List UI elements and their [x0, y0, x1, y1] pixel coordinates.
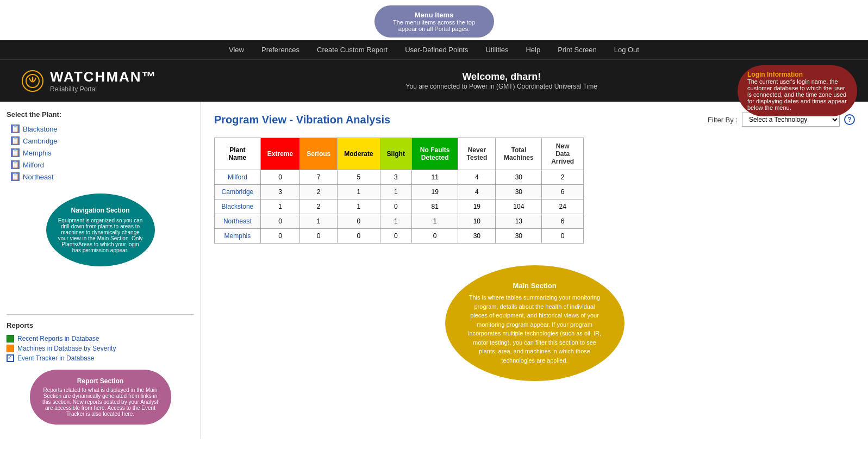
th-total-machines: Total Machines — [496, 138, 542, 170]
nofaults-cell: 0 — [411, 229, 458, 244]
th-slight: Slight — [380, 138, 411, 170]
report-section-bubble: Report Section Reports related to what i… — [30, 370, 171, 425]
reports-section: Reports Recent Reports in Database Machi… — [7, 314, 194, 363]
th-plant-name: Plant Name — [215, 138, 261, 170]
th-new-data: New Data Arrived — [542, 138, 584, 170]
sidebar-item-memphis[interactable]: 📋 Memphis — [7, 147, 194, 159]
help-icon[interactable]: ? — [844, 114, 855, 125]
total-cell: 30 — [496, 185, 542, 200]
moderate-cell: 0 — [338, 214, 380, 229]
plant-label-blackstone: Blackstone — [23, 125, 58, 133]
report-recent-label: Recent Reports in Database — [17, 335, 99, 342]
nav-bubble-text: Equipment is organized so you can drill-… — [57, 217, 144, 253]
nevertested-cell: 30 — [458, 229, 496, 244]
table-row: Milford 0 7 5 3 11 4 30 2 — [215, 170, 584, 185]
nav-help[interactable]: Help — [526, 46, 540, 54]
page-title: Program View - Vibration Analysis — [214, 114, 390, 126]
sidebar-item-blackstone[interactable]: 📋 Blackstone — [7, 123, 194, 135]
plant-icon-blackstone: 📋 — [11, 124, 20, 133]
extreme-cell: 0 — [260, 214, 299, 229]
plant-icon-memphis: 📋 — [11, 148, 20, 157]
serious-cell: 7 — [300, 170, 338, 185]
th-serious: Serious — [300, 138, 338, 170]
nav-preferences[interactable]: Preferences — [261, 46, 299, 54]
main-section-bubble-container: Main Section This is where tables summar… — [214, 265, 855, 381]
data-table: Plant Name Extreme Serious Moderate Slig… — [214, 138, 584, 244]
plant-cell[interactable]: Milford — [215, 170, 261, 185]
newdata-cell: 6 — [542, 185, 584, 200]
nofaults-cell: 81 — [411, 200, 458, 214]
newdata-cell: 6 — [542, 214, 584, 229]
logo-subtitle: Reliability Portal — [50, 85, 157, 93]
newdata-cell: 24 — [542, 200, 584, 214]
reports-title: Reports — [7, 321, 194, 329]
report-machines-label: Machines in Database by Severity — [17, 345, 116, 352]
report-machines[interactable]: Machines in Database by Severity — [7, 344, 194, 353]
sidebar-item-northeast[interactable]: 📋 Northeast — [7, 171, 194, 183]
nav-utilities[interactable]: Utilities — [485, 46, 508, 54]
nofaults-cell: 1 — [411, 214, 458, 229]
slight-cell: 1 — [380, 214, 411, 229]
nav-bubble-title: Navigation Section — [57, 207, 144, 214]
main-bubble-text: This is where tables summarizing your mo… — [467, 293, 603, 365]
plant-label-cambridge: Cambridge — [23, 137, 58, 145]
top-annotation-bubble: Menu Items The menu items across the top… — [0, 0, 868, 40]
report-event[interactable]: Event Tracker in Database — [7, 353, 194, 363]
select-plant-label: Select the Plant: — [7, 110, 194, 119]
navbar: View Preferences Create Custom Report Us… — [0, 40, 868, 59]
report-recent[interactable]: Recent Reports in Database — [7, 334, 194, 344]
login-info-bubble: Login Information The current user's log… — [738, 65, 857, 116]
logo: WATCHMAN™ Reliability Portal — [22, 68, 157, 93]
menu-items-bubble-title: Menu Items — [388, 11, 481, 19]
plant-cell[interactable]: Blackstone — [215, 200, 261, 214]
table-row: Northeast 0 1 0 1 1 10 13 6 — [215, 214, 584, 229]
serious-cell: 1 — [300, 214, 338, 229]
nav-print-screen[interactable]: Print Screen — [558, 46, 597, 54]
plant-label-northeast: Northeast — [23, 173, 53, 181]
serious-cell: 0 — [300, 229, 338, 244]
logo-title: WATCHMAN™ — [50, 68, 157, 85]
main-bubble-title: Main Section — [467, 282, 603, 290]
main-layout: Select the Plant: 📋 Blackstone 📋 Cambrid… — [0, 102, 868, 439]
nav-logout[interactable]: Log Out — [614, 46, 639, 54]
filter-label: Filter By : — [708, 116, 738, 124]
moderate-cell: 1 — [338, 200, 380, 214]
sidebar-item-cambridge[interactable]: 📋 Cambridge — [7, 135, 194, 147]
nevertested-cell: 4 — [458, 170, 496, 185]
newdata-cell: 0 — [542, 229, 584, 244]
total-cell: 13 — [496, 214, 542, 229]
plant-cell[interactable]: Memphis — [215, 229, 261, 244]
nevertested-cell: 19 — [458, 200, 496, 214]
logo-icon — [22, 70, 43, 92]
extreme-cell: 0 — [260, 229, 299, 244]
plant-cell[interactable]: Cambridge — [215, 185, 261, 200]
menu-items-bubble-text: The menu items across the top appear on … — [388, 19, 481, 32]
extreme-cell: 1 — [260, 200, 299, 214]
slight-cell: 0 — [380, 229, 411, 244]
total-cell: 30 — [496, 229, 542, 244]
main-content: Program View - Vibration Analysis Filter… — [201, 102, 868, 439]
nofaults-cell: 11 — [411, 170, 458, 185]
login-bubble-text: The current user's login name, the custo… — [747, 78, 847, 111]
newdata-cell: 2 — [542, 170, 584, 185]
table-row: Memphis 0 0 0 0 0 30 30 0 — [215, 229, 584, 244]
th-no-faults: No Faults Detected — [411, 138, 458, 170]
report-green-icon — [7, 335, 14, 342]
sidebar-item-milford[interactable]: 📋 Milford — [7, 159, 194, 171]
sidebar: Select the Plant: 📋 Blackstone 📋 Cambrid… — [0, 102, 201, 439]
report-bubble-text: Reports related to what is displayed in … — [40, 387, 161, 417]
nav-user-defined[interactable]: User-Defined Points — [405, 46, 468, 54]
navigation-bubble: Navigation Section Equipment is organize… — [46, 194, 155, 266]
menu-items-bubble: Menu Items The menu items across the top… — [374, 5, 494, 38]
nofaults-cell: 19 — [411, 185, 458, 200]
moderate-cell: 0 — [338, 229, 380, 244]
table-row: Blackstone 1 2 1 0 81 19 104 24 — [215, 200, 584, 214]
nav-view[interactable]: View — [229, 46, 244, 54]
th-never-tested: Never Tested — [458, 138, 496, 170]
th-extreme: Extreme — [260, 138, 299, 170]
nav-custom-report[interactable]: Create Custom Report — [317, 46, 388, 54]
login-bubble-title: Login Information — [747, 71, 847, 78]
nevertested-cell: 10 — [458, 214, 496, 229]
plant-label-milford: Milford — [23, 161, 44, 169]
plant-cell[interactable]: Northeast — [215, 214, 261, 229]
